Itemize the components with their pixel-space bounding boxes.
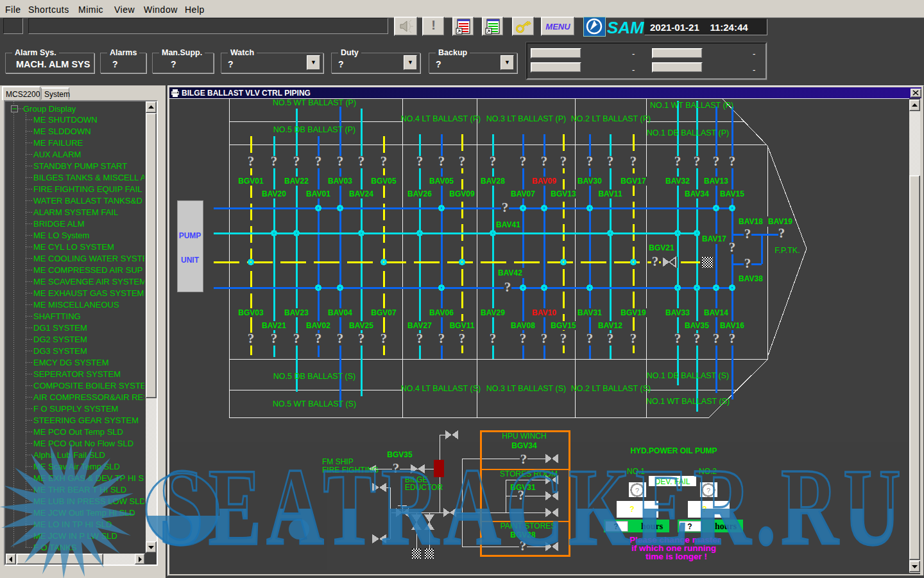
svg-text:NO.1: NO.1 (627, 467, 645, 476)
svg-text:BAV32: BAV32 (665, 177, 690, 186)
svg-text:BGV28: BGV28 (510, 530, 536, 539)
svg-text:?: ? (520, 538, 527, 554)
svg-text:?: ? (694, 153, 701, 169)
svg-text:time is longer !: time is longer ! (646, 552, 707, 561)
svg-text:?: ? (358, 331, 365, 346)
svg-text:?: ? (674, 331, 681, 346)
svg-text:BAV35: BAV35 (685, 321, 709, 330)
svg-text:HPU WINCH: HPU WINCH (502, 432, 546, 441)
svg-text:?: ? (729, 331, 736, 346)
svg-text:?: ? (393, 460, 400, 476)
svg-text:?: ? (248, 153, 255, 169)
svg-text:NO.3 LT BALLAST (P): NO.3 LT BALLAST (P) (486, 114, 566, 123)
svg-text:?: ? (586, 331, 594, 346)
svg-text:?: ? (744, 256, 751, 271)
svg-text:?: ? (729, 240, 736, 255)
svg-text:?: ? (520, 451, 527, 467)
svg-text:BAV29: BAV29 (481, 308, 505, 317)
svg-text:BAV17: BAV17 (702, 234, 726, 243)
svg-text:?: ? (502, 200, 509, 215)
svg-text:?: ? (635, 487, 639, 495)
svg-text:BAV06: BAV06 (429, 308, 454, 317)
svg-text:?: ? (630, 331, 637, 346)
svg-text:hours: hours (715, 521, 737, 531)
svg-text:?: ? (438, 331, 445, 346)
svg-text:BAV24: BAV24 (349, 189, 373, 198)
svg-text:STORES ROOM: STORES ROOM (500, 469, 558, 478)
svg-text:?: ? (358, 153, 365, 169)
svg-text:NO.5 WT BALLAST (S): NO.5 WT BALLAST (S) (273, 399, 356, 408)
svg-text:BAV33: BAV33 (665, 308, 690, 317)
svg-text:BGV31: BGV31 (510, 483, 536, 492)
svg-text:NO.5 WT BALLAST (P): NO.5 WT BALLAST (P) (273, 98, 356, 107)
svg-text:NO.1 DB BALLAST (S): NO.1 DB BALLAST (S) (647, 371, 729, 380)
svg-text:?: ? (248, 331, 255, 346)
svg-text:BGV05: BGV05 (371, 177, 397, 186)
svg-text:NO.4 LT BALLAST (P): NO.4 LT BALLAST (P) (401, 114, 481, 123)
svg-text:?: ? (315, 153, 322, 169)
svg-text:BAV20: BAV20 (262, 189, 286, 198)
svg-text:?: ? (337, 153, 344, 169)
svg-text:BAV38: BAV38 (739, 274, 763, 283)
svg-text:NO.1 DB BALLAST (P): NO.1 DB BALLAST (P) (647, 128, 729, 137)
svg-text:?: ? (293, 331, 300, 346)
svg-text:BGV01: BGV01 (238, 177, 264, 186)
svg-text:?: ? (706, 487, 710, 495)
svg-text:BGV07: BGV07 (371, 308, 397, 317)
svg-text:?: ? (713, 331, 720, 346)
svg-text:?: ? (674, 153, 681, 169)
svg-text:BAV21: BAV21 (262, 321, 286, 330)
svg-text:hours: hours (641, 521, 663, 531)
svg-text:BAV34: BAV34 (685, 189, 709, 198)
svg-text:?: ? (315, 331, 322, 346)
svg-text:BAV22: BAV22 (284, 177, 309, 186)
svg-text:?: ? (586, 153, 594, 169)
svg-text:BAV31: BAV31 (578, 308, 602, 317)
svg-text:?: ? (778, 225, 785, 241)
svg-text:BAV08: BAV08 (511, 321, 535, 330)
svg-text:?: ? (520, 331, 527, 346)
svg-text:NO.5 DB BALLAST (S): NO.5 DB BALLAST (S) (273, 372, 355, 381)
svg-text:F.P.TK.: F.P.TK. (774, 246, 800, 255)
svg-text:HYD.POWER OIL PUMP: HYD.POWER OIL PUMP (630, 446, 717, 455)
svg-text:BAV09: BAV09 (532, 177, 556, 186)
svg-text:BGV34: BGV34 (511, 441, 537, 450)
svg-text:FIRE FIGHTING: FIRE FIGHTING (322, 466, 379, 475)
svg-text:BGV03: BGV03 (238, 308, 264, 317)
svg-text:BAV16: BAV16 (720, 321, 744, 330)
svg-text:?: ? (271, 331, 278, 346)
svg-text:BAV12: BAV12 (598, 321, 622, 330)
svg-text:?: ? (694, 331, 701, 346)
svg-text:?: ? (687, 522, 692, 531)
svg-text:BAV30: BAV30 (578, 177, 602, 186)
svg-text:?: ? (607, 331, 614, 346)
svg-text:?: ? (520, 153, 527, 169)
svg-text:?: ? (271, 153, 278, 169)
svg-text:?: ? (293, 153, 300, 169)
svg-text:?: ? (702, 505, 706, 514)
svg-text:?: ? (630, 153, 637, 169)
svg-text:BAV05: BAV05 (429, 177, 454, 186)
svg-text:NO.2 LT BALLAST (S): NO.2 LT BALLAST (S) (571, 384, 651, 393)
svg-text:NO.5 DB BALLAST (P): NO.5 DB BALLAST (P) (273, 125, 355, 134)
svg-text:?: ? (629, 505, 634, 514)
svg-text:?: ? (490, 331, 497, 346)
svg-text:?: ? (459, 331, 466, 346)
svg-text:BAV07: BAV07 (511, 189, 535, 198)
svg-text:BAV27: BAV27 (407, 321, 432, 330)
svg-text:?: ? (607, 153, 614, 169)
svg-text:BGV17: BGV17 (620, 177, 646, 186)
svg-text:BAV15: BAV15 (720, 189, 744, 198)
svg-text:?: ? (381, 331, 388, 346)
svg-text:BGV15: BGV15 (551, 321, 576, 330)
svg-text:NO.2: NO.2 (699, 467, 717, 476)
svg-text:BGV19: BGV19 (620, 308, 646, 317)
svg-text:?: ? (490, 153, 497, 169)
svg-text:BGV21: BGV21 (649, 243, 674, 252)
svg-text:EDUCTOR: EDUCTOR (405, 483, 443, 492)
svg-text:?: ? (560, 153, 567, 169)
svg-text:?: ? (337, 331, 344, 346)
svg-text:BGV13: BGV13 (551, 189, 576, 198)
svg-text:BAV14: BAV14 (704, 308, 728, 317)
svg-text:?: ? (541, 331, 548, 346)
